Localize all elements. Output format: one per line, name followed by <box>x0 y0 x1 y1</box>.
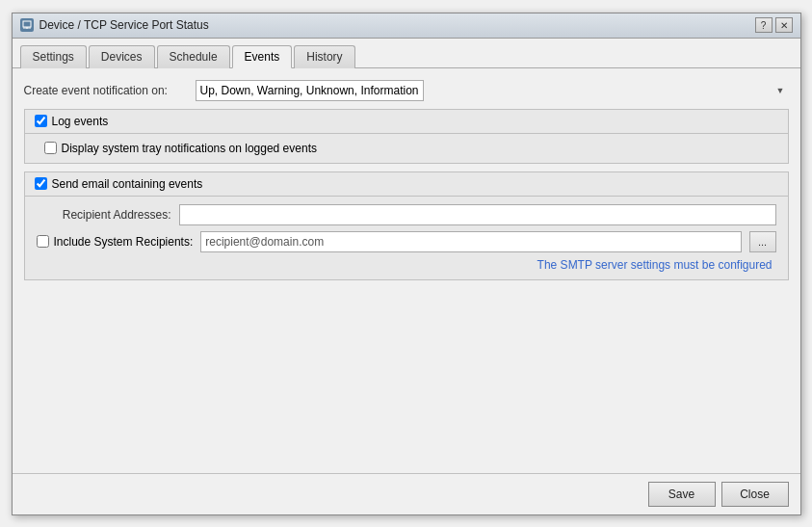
system-recipients-row: Include System Recipients: ... <box>37 231 776 252</box>
title-bar-buttons: ? ✕ <box>755 17 793 33</box>
browse-button[interactable]: ... <box>749 231 776 252</box>
smtp-notice: The SMTP server settings must be configu… <box>37 258 776 272</box>
window-icon <box>20 18 34 32</box>
log-events-header: Log events <box>25 110 788 134</box>
recipient-addresses-row: Recipient Addresses: <box>37 204 776 225</box>
main-window: Device / TCP Service Port Status ? ✕ Set… <box>12 13 801 515</box>
system-recipients-label-wrapper: Include System Recipients: <box>37 235 194 249</box>
bottom-bar: Save Close <box>13 473 800 514</box>
log-events-section: Log events Display system tray notificat… <box>24 109 789 164</box>
recipient-addresses-label: Recipient Addresses: <box>37 208 171 222</box>
tab-events[interactable]: Events <box>232 45 293 68</box>
title-bar: Device / TCP Service Port Status ? ✕ <box>13 13 800 39</box>
window-close-button[interactable]: ✕ <box>775 17 793 33</box>
create-event-label: Create event notification on: <box>24 84 188 97</box>
system-tray-label: Display system tray notifications on log… <box>62 142 317 155</box>
save-button[interactable]: Save <box>648 482 716 507</box>
send-email-body: Recipient Addresses: Include System Reci… <box>25 197 788 279</box>
log-events-checkbox[interactable] <box>35 115 47 127</box>
create-event-select[interactable]: Up, Down, Warning, Unknown, InformationU… <box>196 80 424 101</box>
tab-devices[interactable]: Devices <box>89 45 155 68</box>
system-recipients-input[interactable] <box>200 231 741 252</box>
log-events-checkbox-wrapper[interactable]: Log events <box>35 115 109 128</box>
system-recipients-label: Include System Recipients: <box>54 235 194 249</box>
tab-settings[interactable]: Settings <box>20 45 87 68</box>
send-email-section: Send email containing events Recipient A… <box>24 171 789 280</box>
send-email-label: Send email containing events <box>52 177 203 191</box>
create-event-row: Create event notification on: Up, Down, … <box>24 80 789 101</box>
send-email-checkbox[interactable] <box>35 177 47 190</box>
send-email-header: Send email containing events <box>25 172 788 197</box>
tab-schedule[interactable]: Schedule <box>157 45 230 68</box>
system-tray-checkbox-wrapper[interactable]: Display system tray notifications on log… <box>44 142 776 155</box>
system-recipients-checkbox[interactable] <box>37 235 49 248</box>
tab-bar: Settings Devices Schedule Events History <box>13 39 800 68</box>
title-bar-left: Device / TCP Service Port Status <box>20 18 209 32</box>
recipient-addresses-input[interactable] <box>179 204 776 225</box>
system-tray-checkbox[interactable] <box>44 142 57 154</box>
close-button[interactable]: Close <box>721 482 789 507</box>
send-email-checkbox-wrapper[interactable]: Send email containing events <box>35 177 203 191</box>
system-recipients-checkbox-wrapper[interactable]: Include System Recipients: <box>37 235 194 249</box>
window-title: Device / TCP Service Port Status <box>39 18 209 32</box>
svg-rect-0 <box>23 21 31 27</box>
log-events-body: Display system tray notifications on log… <box>25 134 788 163</box>
help-button[interactable]: ? <box>755 17 773 33</box>
create-event-select-wrapper: Up, Down, Warning, Unknown, InformationU… <box>196 80 789 101</box>
content-area: Create event notification on: Up, Down, … <box>13 68 800 473</box>
smtp-notice-text: The SMTP server settings must be configu… <box>537 258 773 272</box>
tab-history[interactable]: History <box>294 45 354 68</box>
log-events-label: Log events <box>52 115 109 128</box>
